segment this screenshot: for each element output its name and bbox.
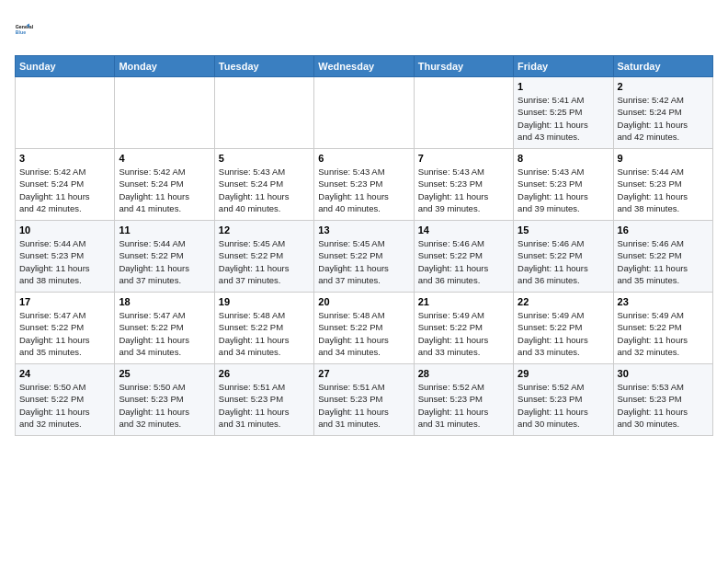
- day-number: 27: [318, 368, 409, 379]
- calendar-cell: 28Sunrise: 5:52 AM Sunset: 5:23 PM Dayli…: [414, 364, 513, 436]
- calendar-week-row: 17Sunrise: 5:47 AM Sunset: 5:22 PM Dayli…: [16, 293, 713, 364]
- day-info: Sunrise: 5:46 AM Sunset: 5:22 PM Dayligh…: [618, 237, 709, 286]
- day-info: Sunrise: 5:41 AM Sunset: 5:25 PM Dayligh…: [518, 94, 609, 143]
- day-info: Sunrise: 5:42 AM Sunset: 5:24 PM Dayligh…: [618, 94, 709, 143]
- day-number: 24: [19, 368, 110, 379]
- day-info: Sunrise: 5:48 AM Sunset: 5:22 PM Dayligh…: [219, 309, 310, 358]
- calendar-cell: 14Sunrise: 5:46 AM Sunset: 5:22 PM Dayli…: [414, 221, 513, 293]
- day-info: Sunrise: 5:49 AM Sunset: 5:22 PM Dayligh…: [618, 309, 709, 358]
- calendar-cell: [414, 77, 513, 149]
- calendar-cell: 10Sunrise: 5:44 AM Sunset: 5:23 PM Dayli…: [16, 221, 115, 293]
- calendar-week-row: 1Sunrise: 5:41 AM Sunset: 5:25 PM Daylig…: [16, 77, 713, 149]
- day-number: 29: [518, 368, 609, 379]
- calendar-cell: [115, 77, 214, 149]
- day-number: 10: [19, 224, 110, 236]
- day-info: Sunrise: 5:42 AM Sunset: 5:24 PM Dayligh…: [119, 166, 210, 214]
- col-header-friday: Friday: [514, 56, 613, 77]
- calendar-table: SundayMondayTuesdayWednesdayThursdayFrid…: [15, 55, 713, 436]
- day-info: Sunrise: 5:45 AM Sunset: 5:22 PM Dayligh…: [318, 237, 409, 286]
- calendar-cell: 4Sunrise: 5:42 AM Sunset: 5:24 PM Daylig…: [115, 149, 214, 221]
- day-info: Sunrise: 5:51 AM Sunset: 5:23 PM Dayligh…: [219, 381, 310, 430]
- day-info: Sunrise: 5:52 AM Sunset: 5:23 PM Dayligh…: [418, 381, 509, 430]
- day-info: Sunrise: 5:42 AM Sunset: 5:24 PM Dayligh…: [19, 166, 110, 214]
- calendar-cell: 22Sunrise: 5:49 AM Sunset: 5:22 PM Dayli…: [514, 293, 613, 364]
- calendar-cell: 3Sunrise: 5:42 AM Sunset: 5:24 PM Daylig…: [16, 149, 115, 221]
- calendar-cell: 29Sunrise: 5:52 AM Sunset: 5:23 PM Dayli…: [514, 364, 613, 436]
- day-number: 11: [119, 224, 210, 236]
- calendar-cell: 8Sunrise: 5:43 AM Sunset: 5:23 PM Daylig…: [514, 149, 613, 221]
- calendar-header-row: SundayMondayTuesdayWednesdayThursdayFrid…: [16, 56, 713, 77]
- day-info: Sunrise: 5:44 AM Sunset: 5:23 PM Dayligh…: [19, 237, 110, 286]
- day-number: 4: [119, 153, 210, 164]
- day-info: Sunrise: 5:49 AM Sunset: 5:22 PM Dayligh…: [418, 309, 509, 358]
- day-number: 13: [318, 224, 409, 236]
- calendar-cell: 30Sunrise: 5:53 AM Sunset: 5:23 PM Dayli…: [613, 364, 712, 436]
- day-info: Sunrise: 5:49 AM Sunset: 5:22 PM Dayligh…: [518, 309, 609, 358]
- day-info: Sunrise: 5:50 AM Sunset: 5:22 PM Dayligh…: [19, 381, 110, 430]
- page-header: General Blue: [15, 15, 713, 44]
- calendar-cell: 17Sunrise: 5:47 AM Sunset: 5:22 PM Dayli…: [16, 293, 115, 364]
- calendar-cell: 11Sunrise: 5:44 AM Sunset: 5:22 PM Dayli…: [115, 221, 214, 293]
- calendar-cell: 19Sunrise: 5:48 AM Sunset: 5:22 PM Dayli…: [214, 293, 313, 364]
- calendar-cell: 13Sunrise: 5:45 AM Sunset: 5:22 PM Dayli…: [314, 221, 414, 293]
- col-header-sunday: Sunday: [16, 56, 115, 77]
- day-number: 18: [119, 296, 210, 307]
- day-number: 23: [618, 296, 709, 307]
- day-info: Sunrise: 5:51 AM Sunset: 5:23 PM Dayligh…: [318, 381, 409, 430]
- day-info: Sunrise: 5:43 AM Sunset: 5:23 PM Dayligh…: [318, 166, 409, 214]
- day-number: 15: [518, 224, 609, 236]
- calendar-cell: 7Sunrise: 5:43 AM Sunset: 5:23 PM Daylig…: [414, 149, 513, 221]
- day-number: 14: [418, 224, 509, 236]
- day-info: Sunrise: 5:47 AM Sunset: 5:22 PM Dayligh…: [119, 309, 210, 358]
- day-number: 28: [418, 368, 509, 379]
- day-info: Sunrise: 5:53 AM Sunset: 5:23 PM Dayligh…: [618, 381, 709, 430]
- day-info: Sunrise: 5:44 AM Sunset: 5:22 PM Dayligh…: [119, 237, 210, 286]
- day-number: 8: [518, 153, 609, 164]
- day-info: Sunrise: 5:52 AM Sunset: 5:23 PM Dayligh…: [518, 381, 609, 430]
- day-number: 5: [219, 153, 310, 164]
- day-number: 16: [618, 224, 709, 236]
- logo-icon: General Blue: [15, 15, 44, 44]
- calendar-cell: 12Sunrise: 5:45 AM Sunset: 5:22 PM Dayli…: [214, 221, 313, 293]
- calendar-cell: 5Sunrise: 5:43 AM Sunset: 5:24 PM Daylig…: [214, 149, 313, 221]
- day-info: Sunrise: 5:48 AM Sunset: 5:22 PM Dayligh…: [318, 309, 409, 358]
- day-number: 21: [418, 296, 509, 307]
- svg-text:General: General: [16, 24, 34, 29]
- day-number: 19: [219, 296, 310, 307]
- calendar-cell: 18Sunrise: 5:47 AM Sunset: 5:22 PM Dayli…: [115, 293, 214, 364]
- calendar-cell: [214, 77, 313, 149]
- day-info: Sunrise: 5:45 AM Sunset: 5:22 PM Dayligh…: [219, 237, 310, 286]
- day-number: 2: [618, 81, 709, 92]
- day-info: Sunrise: 5:50 AM Sunset: 5:23 PM Dayligh…: [119, 381, 210, 430]
- calendar-week-row: 10Sunrise: 5:44 AM Sunset: 5:23 PM Dayli…: [16, 221, 713, 293]
- day-number: 12: [219, 224, 310, 236]
- day-number: 9: [618, 153, 709, 164]
- calendar-cell: 20Sunrise: 5:48 AM Sunset: 5:22 PM Dayli…: [314, 293, 414, 364]
- calendar-cell: 1Sunrise: 5:41 AM Sunset: 5:25 PM Daylig…: [514, 77, 613, 149]
- day-number: 26: [219, 368, 310, 379]
- calendar-cell: 2Sunrise: 5:42 AM Sunset: 5:24 PM Daylig…: [613, 77, 712, 149]
- col-header-monday: Monday: [115, 56, 214, 77]
- day-info: Sunrise: 5:44 AM Sunset: 5:23 PM Dayligh…: [618, 166, 709, 214]
- col-header-thursday: Thursday: [414, 56, 513, 77]
- day-number: 22: [518, 296, 609, 307]
- day-info: Sunrise: 5:46 AM Sunset: 5:22 PM Dayligh…: [518, 237, 609, 286]
- calendar-cell: [16, 77, 115, 149]
- calendar-cell: 16Sunrise: 5:46 AM Sunset: 5:22 PM Dayli…: [613, 221, 712, 293]
- day-info: Sunrise: 5:46 AM Sunset: 5:22 PM Dayligh…: [418, 237, 509, 286]
- calendar-week-row: 24Sunrise: 5:50 AM Sunset: 5:22 PM Dayli…: [16, 364, 713, 436]
- col-header-wednesday: Wednesday: [314, 56, 414, 77]
- calendar-week-row: 3Sunrise: 5:42 AM Sunset: 5:24 PM Daylig…: [16, 149, 713, 221]
- calendar-cell: 27Sunrise: 5:51 AM Sunset: 5:23 PM Dayli…: [314, 364, 414, 436]
- day-number: 25: [119, 368, 210, 379]
- day-number: 3: [19, 153, 110, 164]
- day-number: 20: [318, 296, 409, 307]
- svg-text:Blue: Blue: [16, 29, 26, 35]
- col-header-tuesday: Tuesday: [214, 56, 313, 77]
- calendar-cell: 24Sunrise: 5:50 AM Sunset: 5:22 PM Dayli…: [16, 364, 115, 436]
- calendar-cell: 26Sunrise: 5:51 AM Sunset: 5:23 PM Dayli…: [214, 364, 313, 436]
- calendar-cell: 23Sunrise: 5:49 AM Sunset: 5:22 PM Dayli…: [613, 293, 712, 364]
- day-info: Sunrise: 5:43 AM Sunset: 5:23 PM Dayligh…: [418, 166, 509, 214]
- day-number: 1: [518, 81, 609, 92]
- day-number: 7: [418, 153, 509, 164]
